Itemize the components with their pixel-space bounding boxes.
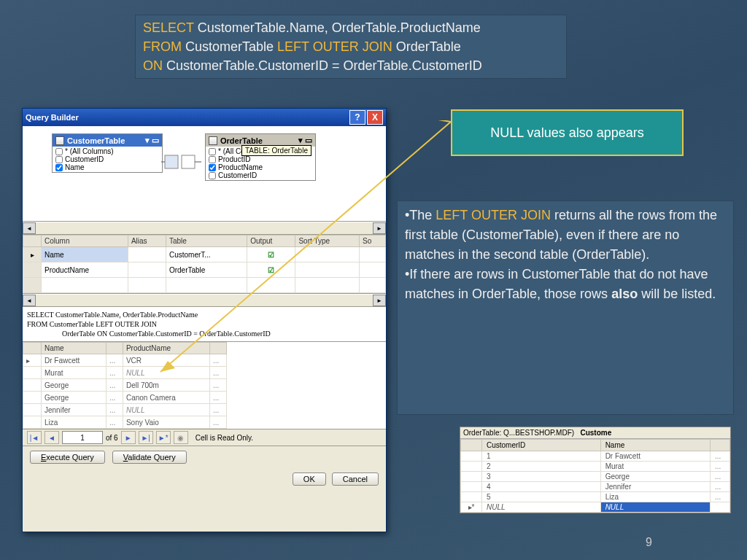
table-icon <box>55 136 64 145</box>
tab-label[interactable]: Custome <box>580 429 611 437</box>
help-button[interactable]: ? <box>349 110 365 125</box>
column-checkbox[interactable] <box>55 148 63 155</box>
mini-row[interactable]: 2Murat... <box>461 462 730 472</box>
col-header[interactable]: Sort Type <box>295 236 360 247</box>
cancel-button[interactable]: Cancel <box>332 472 379 486</box>
grid-row[interactable]: ProductName OrderTable ☑ <box>23 262 386 278</box>
mini-row[interactable]: 5Liza... <box>461 492 730 502</box>
from-keyword: FROM <box>143 39 182 54</box>
table-icon <box>209 136 217 145</box>
result-header[interactable]: Name <box>42 343 107 354</box>
column-checkbox[interactable] <box>209 172 216 179</box>
column-row[interactable]: ProductID <box>207 155 314 163</box>
query-builder-dialog: Query Builder ? X CustomerTable▾ ▭ * (Al… <box>22 108 387 532</box>
diagram-hscroll[interactable]: ◄ ► <box>23 222 386 235</box>
cell-status: Cell is Read Only. <box>196 434 253 442</box>
mini-header[interactable]: Name <box>600 440 710 451</box>
result-row[interactable]: ▸Dr Fawcett...VCR... <box>23 354 227 367</box>
column-row[interactable]: CustomerID <box>207 171 314 179</box>
validate-query-button[interactable]: Validate Query <box>112 451 187 464</box>
scroll-left-icon[interactable]: ◄ <box>23 222 36 234</box>
query-action-row: Execute Query Validate Query <box>23 446 386 468</box>
mini-row[interactable]: 3George... <box>461 472 730 482</box>
on-condition: CustomerTable.CustomerID = OrderTable.Cu… <box>163 58 482 73</box>
sql-query-header: SELECT CustomerTable.Name, OrderTable.Pr… <box>135 15 567 79</box>
nav-next-icon[interactable]: ► <box>121 431 136 444</box>
mini-header[interactable]: CustomerID <box>482 440 601 451</box>
column-row[interactable]: CustomerID <box>54 155 160 163</box>
nav-prev-icon[interactable]: ◄ <box>44 431 59 444</box>
criteria-grid[interactable]: Column Alias Table Output Sort Type So ▸… <box>23 235 386 294</box>
result-row[interactable]: George...Dell 700m... <box>23 379 227 392</box>
column-checkbox[interactable] <box>55 164 63 171</box>
output-checkbox[interactable]: ☑ <box>247 262 295 278</box>
nav-last-icon[interactable]: ►| <box>139 431 153 444</box>
column-checkbox[interactable] <box>209 164 216 171</box>
result-header[interactable]: ProductName <box>123 343 209 354</box>
join-table: OrderTable <box>392 39 461 54</box>
dialog-titlebar[interactable]: Query Builder ? X <box>23 109 386 126</box>
col-header[interactable]: Table <box>166 236 247 247</box>
mini-row[interactable]: ▸*NULLNULL <box>461 502 730 513</box>
col-header[interactable]: Column <box>42 236 128 247</box>
column-checkbox[interactable] <box>209 156 216 163</box>
col-header[interactable]: Output <box>247 236 295 247</box>
join-keyword: LEFT OUTER JOIN <box>277 39 392 54</box>
grid-hscroll[interactable]: ◄► <box>23 294 386 307</box>
customer-table-window[interactable]: CustomerTable▾ ▭ * (All Columns) Custome… <box>52 133 163 173</box>
dialog-footer: OK Cancel <box>23 468 386 490</box>
column-checkbox[interactable] <box>55 156 63 163</box>
diagram-pane[interactable]: CustomerTable▾ ▭ * (All Columns) Custome… <box>23 126 386 222</box>
record-navigator[interactable]: |◄ ◄ of 6 ► ►| ►* ◉ Cell is Read Only. <box>23 429 386 446</box>
column-checkbox[interactable] <box>209 148 216 155</box>
explanation-box: •The LEFT OUTER JOIN returns all the row… <box>397 201 734 415</box>
page-number: 9 <box>646 536 652 549</box>
record-total: of 6 <box>106 434 118 442</box>
results-grid[interactable]: Name ProductName ▸Dr Fawcett...VCR... Mu… <box>23 342 386 429</box>
mini-row[interactable]: 1Dr Fawcett... <box>461 451 730 462</box>
grid-row[interactable]: ▸ Name CustomerT... ☑ <box>23 247 386 262</box>
from-table: CustomerTable <box>182 39 277 54</box>
order-table-title: OrderTable <box>220 136 263 145</box>
result-row[interactable]: Liza...Sony Vaio... <box>23 416 227 429</box>
result-row[interactable]: Jennifer...NULL... <box>23 404 227 416</box>
result-row[interactable]: George...Canon Camera... <box>23 392 227 404</box>
svg-rect-4 <box>182 155 195 168</box>
output-checkbox[interactable]: ☑ <box>247 247 295 262</box>
result-row[interactable]: Murat...NULL... <box>23 367 227 379</box>
customer-table-title: CustomerTable <box>67 136 125 145</box>
record-position-input[interactable] <box>62 431 103 444</box>
select-columns: CustomerTable.Name, OrderTable.ProductNa… <box>194 20 481 35</box>
mini-row[interactable]: 4Jennifer... <box>461 482 730 492</box>
svg-rect-3 <box>165 155 178 168</box>
column-row[interactable]: Name <box>54 163 160 171</box>
tab-label[interactable]: OrderTable: Q...BESTSHOP.MDF) <box>463 429 574 437</box>
nav-stop-icon: ◉ <box>174 431 188 444</box>
col-header[interactable]: Alias <box>128 236 166 247</box>
svg-line-2 <box>409 120 451 122</box>
col-header[interactable]: So <box>359 236 385 247</box>
nav-new-icon[interactable]: ►* <box>156 431 171 444</box>
table-tooltip: TABLE: OrderTable <box>241 145 311 156</box>
dialog-title: Query Builder <box>26 113 79 122</box>
join-link-icon[interactable] <box>161 148 205 177</box>
column-row[interactable]: ProductName <box>207 163 314 171</box>
on-keyword: ON <box>143 58 163 73</box>
close-button[interactable]: X <box>367 110 383 125</box>
null-values-callout: NULL values also appears <box>451 109 684 156</box>
scroll-right-icon[interactable]: ► <box>373 222 386 234</box>
customer-data-grid[interactable]: OrderTable: Q...BESTSHOP.MDF) Custome Cu… <box>460 427 731 513</box>
nav-first-icon[interactable]: |◄ <box>27 431 42 444</box>
ok-button[interactable]: OK <box>293 472 326 486</box>
execute-query-button[interactable]: Execute Query <box>30 451 105 464</box>
select-keyword: SELECT <box>143 20 194 35</box>
order-table-window[interactable]: OrderTable▾ ▭ * (All Columns) ProductID … <box>205 133 316 181</box>
column-row[interactable]: * (All Columns) <box>54 147 160 155</box>
sql-text-pane[interactable]: SELECT CustomerTable.Name, OrderTable.Pr… <box>23 307 386 342</box>
